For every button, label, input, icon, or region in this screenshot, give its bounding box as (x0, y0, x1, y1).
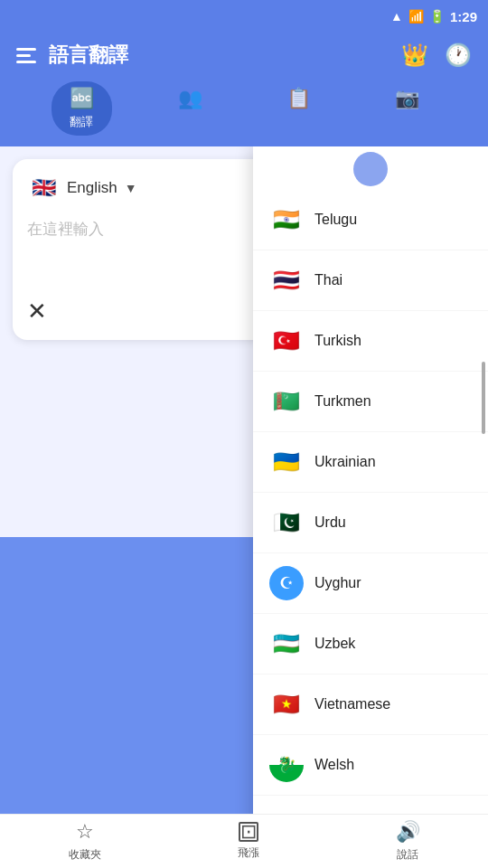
crown-icon[interactable]: 👑 (401, 42, 428, 68)
translate-tab-icon: 🔤 (70, 87, 94, 110)
dropdown-top-partial (253, 146, 488, 190)
scan-label: 飛漲 (238, 845, 259, 861)
lang-option-vietnamese[interactable]: 🇻🇳 Vietnamese (253, 675, 488, 735)
signal-icon: 📶 (408, 9, 424, 24)
partial-circle (353, 152, 388, 186)
uyghur-name: Uyghur (314, 575, 361, 591)
lang-option-uzbek[interactable]: 🇺🇿 Uzbek (253, 614, 488, 675)
toolbar-speak[interactable]: 🔊 說話 (396, 820, 420, 863)
lang-option-telugu[interactable]: 🇮🇳 Telugu (253, 190, 488, 250)
nav-tabs: 🔤 翻譯 👥 📋 📷 (0, 81, 488, 146)
turkish-flag: 🇹🇷 (269, 324, 304, 358)
source-flag: 🇬🇧 (27, 172, 60, 204)
header-left: 語言翻譯 (16, 42, 128, 69)
scan-icon: ⊡ (239, 822, 258, 842)
turkmen-name: Turkmen (314, 393, 371, 410)
lang-option-uyghur[interactable]: ☪ Uyghur (253, 553, 488, 614)
urdu-name: Urdu (314, 514, 346, 531)
history-icon[interactable]: 🕐 (445, 42, 472, 68)
speak-label: 說話 (397, 847, 418, 863)
hamburger-icon[interactable] (16, 48, 36, 63)
app-title: 語言翻譯 (49, 42, 128, 69)
app-header: 語言翻譯 👑 🕐 (0, 33, 488, 81)
camera-tab-icon: 📷 (395, 87, 419, 110)
source-lang-name: English (67, 179, 117, 197)
vietnamese-name: Vietnamese (314, 696, 390, 712)
welsh-flag: 🐉 (269, 748, 304, 782)
status-time: 1:29 (450, 9, 477, 24)
lang-option-urdu[interactable]: 🇵🇰 Urdu (253, 493, 488, 553)
uyghur-flag: ☪ (269, 566, 304, 600)
close-button[interactable]: ✕ (27, 297, 47, 326)
vietnamese-flag: 🇻🇳 (269, 687, 304, 722)
status-bar: ▲ 📶 🔋 1:29 (0, 0, 488, 33)
telugu-name: Telugu (314, 212, 357, 228)
tab-people[interactable]: 👥 (160, 81, 221, 136)
lang-option-turkmen[interactable]: 🇹🇲 Turkmen (253, 372, 488, 432)
people-tab-icon: 👥 (178, 87, 202, 110)
wifi-icon: ▲ (390, 9, 403, 24)
turkmen-flag: 🇹🇲 (269, 384, 304, 419)
telugu-flag: 🇮🇳 (269, 203, 304, 237)
main-content: 🇬🇧 English ▼ ⇄ 在這裡輸入 ✕ ▶ 🇮🇳 Telugu 🇹🇭 Th… (0, 146, 488, 863)
speak-icon: 🔊 (396, 820, 420, 844)
status-icons: ▲ 📶 🔋 1:29 (390, 9, 477, 24)
battery-icon: 🔋 (429, 9, 445, 24)
ukrainian-name: Ukrainian (314, 454, 376, 470)
tab-translate[interactable]: 🔤 翻譯 (52, 81, 112, 136)
uzbek-flag: 🇺🇿 (269, 627, 304, 661)
lang-option-ukrainian[interactable]: 🇺🇦 Ukrainian (253, 432, 488, 493)
translate-tab-label: 翻譯 (70, 114, 93, 130)
header-right: 👑 🕐 (401, 42, 472, 68)
uzbek-name: Uzbek (314, 636, 355, 652)
thai-flag: 🇹🇭 (269, 263, 304, 297)
dropdown-arrow-icon: ▼ (125, 181, 137, 195)
favorites-label: 收藏夾 (69, 847, 101, 863)
lang-option-thai[interactable]: 🇹🇭 Thai (253, 250, 488, 311)
ukrainian-flag: 🇺🇦 (269, 445, 304, 479)
source-lang-selector[interactable]: 🇬🇧 English ▼ (27, 172, 137, 204)
bottom-toolbar: ☆ 收藏夾 ⊡ 飛漲 🔊 說話 (0, 814, 488, 868)
tab-text[interactable]: 📋 (268, 81, 329, 136)
text-tab-icon: 📋 (286, 87, 311, 110)
toolbar-favorites[interactable]: ☆ 收藏夾 (69, 820, 101, 863)
lang-option-welsh[interactable]: 🐉 Welsh (253, 735, 488, 796)
welsh-name: Welsh (314, 757, 354, 773)
language-dropdown: 🇮🇳 Telugu 🇹🇭 Thai 🇹🇷 Turkish 🇹🇲 Turkmen … (253, 146, 488, 863)
source-flag-emoji: 🇬🇧 (32, 176, 56, 200)
scroll-indicator (482, 362, 485, 434)
thai-name: Thai (314, 272, 343, 288)
urdu-flag: 🇵🇰 (269, 505, 304, 540)
toolbar-scan[interactable]: ⊡ 飛漲 (238, 822, 259, 861)
turkish-name: Turkish (314, 333, 361, 349)
favorites-icon: ☆ (76, 820, 94, 844)
tab-camera[interactable]: 📷 (377, 81, 437, 136)
lang-option-turkish[interactable]: 🇹🇷 Turkish (253, 311, 488, 372)
